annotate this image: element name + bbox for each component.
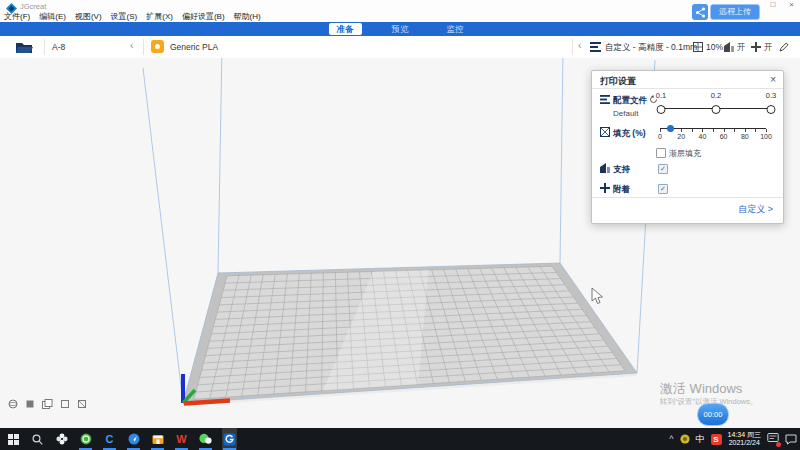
toolbar-divider	[143, 39, 144, 55]
profile-layers-icon	[590, 42, 601, 52]
slider-stop[interactable]	[657, 105, 666, 114]
ime-language-indicator[interactable]: 中	[696, 433, 705, 446]
clock-time: 14:34 周三	[728, 431, 761, 439]
infill-tick: 60	[720, 133, 728, 140]
view-perspective-icon[interactable]	[8, 399, 18, 409]
app-w-icon[interactable]: W	[174, 428, 189, 450]
view-layers-icon[interactable]	[42, 399, 53, 409]
system-tray: ^ 中 S 14:34 周三 2021/2/24	[669, 428, 797, 450]
profile-value: Default	[613, 109, 638, 118]
menu-view[interactable]: 视图(V)	[75, 11, 102, 22]
notification-icon[interactable]	[767, 432, 779, 446]
close-button[interactable]: ×	[789, 0, 794, 9]
slider-stop[interactable]	[767, 105, 776, 114]
mouse-cursor	[592, 288, 603, 304]
screen-recorder-timer[interactable]: 00:00	[697, 403, 729, 426]
menu-preferences[interactable]: 偏好设置(B)	[182, 11, 225, 22]
support-state: 开	[737, 42, 746, 54]
infill-tick: 0	[658, 133, 662, 140]
printer-collapse-icon[interactable]: ‹	[130, 40, 133, 51]
infill-tick: 40	[698, 133, 706, 140]
axis-x-red	[184, 401, 230, 404]
infill-grid-icon[interactable]	[693, 42, 703, 52]
search-icon[interactable]	[30, 428, 45, 450]
profile-layers-icon	[600, 95, 610, 104]
adhesion-icon[interactable]	[751, 42, 761, 52]
adhesion-checkbox[interactable]: ✓	[658, 184, 668, 194]
menu-settings[interactable]: 设置(S)	[111, 11, 138, 22]
app-pinwheel-icon[interactable]	[54, 428, 69, 450]
tab-prepare[interactable]: 准备	[329, 23, 362, 35]
toolbar-divider	[44, 39, 45, 55]
tab-monitor[interactable]: 监控	[439, 23, 472, 35]
app-c-browser-icon[interactable]: C	[102, 428, 117, 450]
panel-close-icon[interactable]: ×	[770, 74, 776, 85]
custom-settings-link[interactable]: 自定义 >	[738, 203, 773, 216]
menu-file[interactable]: 文件(F)	[4, 11, 30, 22]
panel-divider	[592, 197, 783, 198]
hidden-icons-chevron[interactable]: ^	[669, 434, 673, 444]
notification-badge	[776, 442, 781, 447]
sogou-ime-icon[interactable]: S	[711, 434, 722, 445]
infill-tick: 80	[741, 133, 749, 140]
activate-windows-watermark: 激活 Windows	[660, 380, 742, 398]
tab-preview[interactable]: 预览	[384, 23, 417, 35]
view-side-icon[interactable]	[77, 399, 87, 409]
menu-help[interactable]: 帮助(H)	[234, 11, 261, 22]
app-store-icon[interactable]	[150, 428, 165, 450]
slider-tickmarks	[660, 129, 767, 132]
start-button[interactable]	[6, 428, 21, 450]
app-coin-icon[interactable]	[78, 428, 93, 450]
layer-height-slider[interactable]: 0.1 0.2 0.3	[652, 91, 778, 117]
print-settings-panel: 打印设置 × 配置文件 Default 0.1 0.2 0.3	[591, 70, 784, 224]
edit-settings-pencil-icon[interactable]	[779, 42, 789, 52]
infill-slider[interactable]: 0 20 40 60 80 100	[652, 120, 772, 144]
adhesion-icon	[600, 183, 610, 193]
menu-edit[interactable]: 编辑(E)	[39, 11, 66, 22]
taskbar-clock[interactable]: 14:34 周三 2021/2/24	[728, 431, 761, 447]
support-label: 支持	[613, 164, 630, 176]
view-front-icon[interactable]	[60, 399, 70, 409]
app-title: JGcreat	[20, 2, 46, 11]
support-checkbox[interactable]: ✓	[658, 164, 668, 174]
action-center-icon[interactable]	[785, 434, 797, 445]
remote-upload-label: 远程上传	[710, 4, 760, 20]
layer-height-tick: 0.1	[656, 91, 666, 100]
settings-collapse-icon[interactable]: ‹	[578, 40, 581, 51]
layer-height-tick: 0.2	[711, 91, 721, 100]
remote-upload-button[interactable]: 远程上传	[692, 4, 760, 20]
viewport-3d[interactable]: 激活 Windows 转到“设置”以激活 Windows。 00:00 打印设置…	[0, 58, 800, 428]
clock-date: 2021/2/24	[728, 439, 761, 447]
menubar: 文件(F) 编辑(E) 视图(V) 设置(S) 扩展(X) 偏好设置(B) 帮助…	[4, 11, 261, 22]
maximize-button[interactable]: □	[770, 0, 775, 9]
infill-tick: 100	[760, 133, 772, 140]
profile-label: 配置文件	[613, 95, 647, 107]
profile-summary[interactable]: 自定义 - 高精度 - 0.1mm	[605, 42, 697, 54]
slider-stop[interactable]	[712, 105, 721, 114]
windows-taskbar: C W	[0, 428, 800, 450]
open-file-icon[interactable]	[16, 41, 33, 54]
jgcreat-window: JGcreat — □ × 文件(F) 编辑(E) 视图(V) 设置(S) 扩展…	[0, 0, 800, 450]
adhesion-label: 附着	[613, 184, 630, 196]
app-navigator-icon[interactable]	[126, 428, 141, 450]
support-icon[interactable]	[724, 42, 734, 52]
stage-tabbar: 准备 预览 监控	[0, 22, 800, 36]
titlebar: JGcreat — □ × 文件(F) 编辑(E) 视图(V) 设置(S) 扩展…	[0, 0, 800, 22]
infill-tick: 20	[677, 133, 685, 140]
material-selector[interactable]: Generic PLA	[170, 42, 218, 52]
app-chat-icon[interactable]	[198, 428, 213, 450]
infill-icon	[600, 127, 610, 137]
infill-label: 填充 (%)	[613, 128, 646, 140]
view-solid-icon[interactable]	[25, 399, 35, 409]
tray-input-icon[interactable]	[680, 434, 690, 444]
panel-header: 打印设置 ×	[592, 71, 783, 89]
config-toolbar: A-8 ‹ Generic PLA ‹ 自定义 - 高精度 - 0.1mm 10…	[0, 36, 800, 59]
layer-height-tick: 0.3	[766, 91, 776, 100]
material-spool-icon	[151, 40, 164, 53]
menu-extensions[interactable]: 扩展(X)	[146, 11, 173, 22]
app-jgcreat-icon[interactable]	[222, 428, 237, 450]
support-icon	[600, 163, 610, 173]
gradual-infill-checkbox[interactable]	[656, 148, 666, 158]
printer-selector[interactable]: A-8	[52, 42, 65, 52]
view-buttons	[8, 399, 87, 409]
